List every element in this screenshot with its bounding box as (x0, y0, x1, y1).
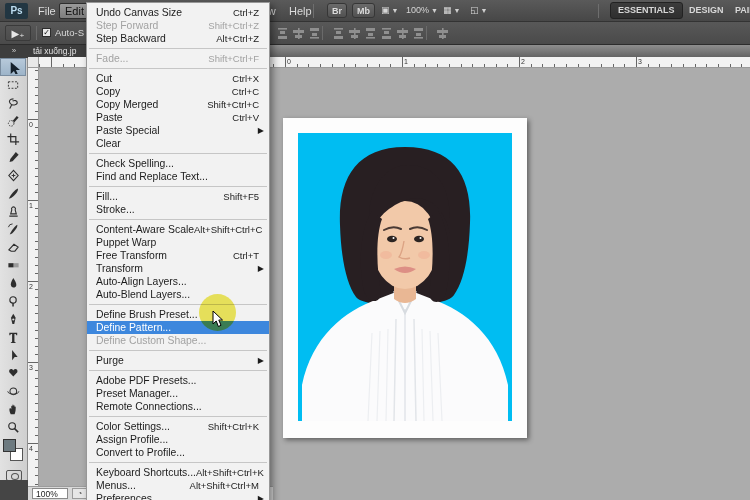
menu-separator (89, 68, 267, 69)
spot-healing-brush-tool[interactable] (0, 166, 26, 184)
menu-item-content-aware-scale[interactable]: Content-Aware ScaleAlt+Shift+Ctrl+C (87, 223, 269, 236)
menu-item-step-backward[interactable]: Step BackwardAlt+Ctrl+Z (87, 32, 269, 45)
menu-item-step-forward[interactable]: Step ForwardShift+Ctrl+Z (87, 19, 269, 32)
align-vertical-centers-icon[interactable] (292, 27, 305, 40)
ruler-number: 1 (404, 58, 408, 65)
menubar-item-help[interactable]: Help (284, 3, 317, 19)
rotate-view-tool[interactable] (0, 382, 26, 400)
align-top-edges-icon[interactable] (276, 27, 289, 40)
menu-item-color-settings[interactable]: Color Settings...Shift+Ctrl+K (87, 420, 269, 433)
tools-panel-header[interactable]: » (0, 45, 28, 58)
menu-item-cut[interactable]: CutCtrl+X (87, 72, 269, 85)
menu-item-label: Paste (96, 112, 123, 123)
menu-item-copy[interactable]: CopyCtrl+C (87, 85, 269, 98)
tool-preset-picker[interactable]: ▶₊ (5, 25, 31, 41)
path-selection-tool[interactable] (0, 346, 26, 364)
clone-stamp-tool[interactable] (0, 202, 26, 220)
chevron-down-icon: ▼ (392, 7, 399, 14)
ruler-tick (35, 427, 38, 428)
menu-item-label: Puppet Warp (96, 237, 156, 248)
foreground-color-swatch[interactable] (3, 439, 16, 452)
mini-bridge-button[interactable]: Mb (352, 3, 375, 18)
menu-item-paste-special[interactable]: Paste Special▶ (87, 124, 269, 137)
menu-item-preferences[interactable]: Preferences▶ (87, 492, 269, 500)
color-swatches[interactable] (0, 436, 28, 466)
auto-select-checkbox[interactable]: ✓ Auto-S (42, 27, 84, 38)
menu-item-label: Undo Canvas Size (96, 7, 182, 18)
menu-item-fill[interactable]: Fill...Shift+F5 (87, 190, 269, 203)
align-right-edges-icon[interactable] (364, 27, 377, 40)
menu-item-remote-connections[interactable]: Remote Connections... (87, 400, 269, 413)
menu-item-label: Step Backward (96, 33, 166, 44)
ruler-tick (367, 64, 368, 67)
bridge-button[interactable]: Br (327, 3, 347, 18)
arrange-documents-button[interactable]: ▦▼ (443, 3, 460, 18)
menu-item-label: Assign Profile... (96, 434, 168, 445)
move-tool[interactable] (0, 58, 26, 76)
crop-tool[interactable] (0, 130, 26, 148)
pen-tool[interactable] (0, 310, 26, 328)
menu-item-transform[interactable]: Transform▶ (87, 262, 269, 275)
ruler-tick (35, 79, 38, 80)
menu-item-puppet-warp[interactable]: Puppet Warp (87, 236, 269, 249)
menu-item-assign-profile[interactable]: Assign Profile... (87, 433, 269, 446)
rotate-view-icon (7, 385, 20, 398)
workspace-essentials[interactable]: ESSENTIALS (610, 2, 683, 19)
quick-selection-tool[interactable] (0, 112, 26, 130)
align-horizontal-centers-icon[interactable] (348, 27, 361, 40)
menu-item-define-pattern[interactable]: Define Pattern... (87, 321, 269, 334)
align-bottom-edges-icon[interactable] (308, 27, 321, 40)
menu-item-convert-to-profile[interactable]: Convert to Profile... (87, 446, 269, 459)
menu-item-menus[interactable]: Menus...Alt+Shift+Ctrl+M (87, 479, 269, 492)
menu-item-keyboard-shortcuts[interactable]: Keyboard Shortcuts...Alt+Shift+Ctrl+K (87, 466, 269, 479)
brush-tool[interactable] (0, 184, 26, 202)
gradient-tool[interactable] (0, 256, 26, 274)
eyedropper-tool[interactable] (0, 148, 26, 166)
blur-tool[interactable] (0, 274, 26, 292)
menu-item-fade[interactable]: Fade...Shift+Ctrl+F (87, 52, 269, 65)
auto-align-layers-icon[interactable] (436, 27, 449, 40)
menu-item-clear[interactable]: Clear (87, 137, 269, 150)
ruler-tick (355, 64, 356, 67)
photoshop-window: { "menubar": { "logo": "Ps", "items": [ … (0, 0, 750, 500)
distribute-top-edges-icon[interactable] (380, 27, 393, 40)
menu-item-paste[interactable]: PasteCtrl+V (87, 111, 269, 124)
align-left-edges-icon[interactable] (332, 27, 345, 40)
eraser-tool[interactable] (0, 238, 26, 256)
menu-item-purge[interactable]: Purge▶ (87, 354, 269, 367)
screen-mode-button[interactable]: ◱▼ (470, 3, 487, 18)
dodge-tool[interactable] (0, 292, 26, 310)
menu-item-copy-merged[interactable]: Copy MergedShift+Ctrl+C (87, 98, 269, 111)
status-zoom-field[interactable]: 100% (32, 488, 68, 499)
workspace-painting[interactable]: PAINTING (728, 2, 750, 19)
menu-item-check-spelling[interactable]: Check Spelling... (87, 157, 269, 170)
lasso-tool[interactable] (0, 94, 26, 112)
menu-item-adobe-pdf-presets[interactable]: Adobe PDF Presets... (87, 374, 269, 387)
view-extras-button[interactable]: ▣▼ (381, 3, 398, 18)
history-brush-tool[interactable] (0, 220, 26, 238)
menubar-item-file[interactable]: File (33, 3, 61, 19)
ruler-tick (320, 64, 321, 67)
menu-item-define-brush-preset[interactable]: Define Brush Preset... (87, 308, 269, 321)
distribute-vertical-centers-icon[interactable] (396, 27, 409, 40)
menu-item-auto-blend-layers[interactable]: Auto-Blend Layers... (87, 288, 269, 301)
rectangular-marquee-tool[interactable] (0, 76, 26, 94)
zoom-level-select[interactable]: 100%▼ (406, 3, 438, 18)
menu-item-define-custom-shape[interactable]: Define Custom Shape... (87, 334, 269, 347)
menu-item-undo-canvas-size[interactable]: Undo Canvas SizeCtrl+Z (87, 6, 269, 19)
menu-item-stroke[interactable]: Stroke... (87, 203, 269, 216)
ruler-tick (35, 475, 38, 476)
document-page[interactable] (283, 118, 527, 438)
menu-item-auto-align-layers[interactable]: Auto-Align Layers... (87, 275, 269, 288)
hand-tool[interactable] (0, 400, 26, 418)
workspace-design[interactable]: DESIGN (682, 2, 731, 19)
type-tool[interactable] (0, 328, 26, 346)
distribute-bottom-edges-icon[interactable] (412, 27, 425, 40)
menu-item-shortcut: Shift+Ctrl+F (208, 53, 259, 64)
menu-item-preset-manager[interactable]: Preset Manager... (87, 387, 269, 400)
checkbox-check-icon[interactable]: ✓ (42, 28, 51, 37)
menu-item-find-and-replace-text[interactable]: Find and Replace Text... (87, 170, 269, 183)
custom-shape-tool[interactable] (0, 364, 26, 382)
menu-item-free-transform[interactable]: Free TransformCtrl+T (87, 249, 269, 262)
zoom-tool[interactable] (0, 418, 26, 436)
